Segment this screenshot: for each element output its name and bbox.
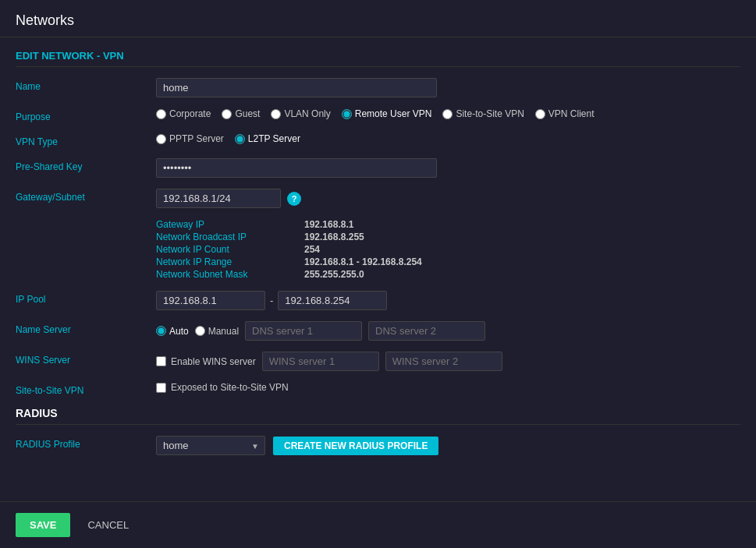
site-to-site-exposed-label: Exposed to Site-to-Site VPN xyxy=(171,382,289,393)
ip-pool-dash: - xyxy=(270,295,273,306)
vpn-type-label: VPN Type xyxy=(16,133,156,147)
purpose-label: Purpose xyxy=(16,108,156,122)
name-server-control: Auto Manual xyxy=(156,321,740,341)
dns-auto-option[interactable]: Auto xyxy=(156,326,189,337)
gateway-help-button[interactable]: ? xyxy=(287,192,301,206)
wins-enable-label: Enable WINS server xyxy=(171,356,256,367)
subnet-mask-value: 255.255.255.0 xyxy=(304,269,740,280)
vpn-type-control: PPTP Server L2TP Server xyxy=(156,133,740,144)
subnet-info: Gateway IP 192.168.8.1 Network Broadcast… xyxy=(156,219,740,280)
wins-enable-checkbox-label[interactable]: Enable WINS server xyxy=(156,356,256,367)
save-button[interactable]: SAVE xyxy=(16,513,70,537)
radius-profile-control: home default custom CREATE NEW RADIUS PR… xyxy=(156,436,740,455)
wins-server-label: WINS Server xyxy=(16,352,156,366)
purpose-corporate-radio[interactable] xyxy=(156,109,166,119)
psk-label: Pre-Shared Key xyxy=(16,158,156,172)
vpn-type-row: VPN Type PPTP Server L2TP Server xyxy=(16,133,740,147)
site-to-site-control: Exposed to Site-to-Site VPN xyxy=(156,382,740,393)
footer: SAVE CANCEL xyxy=(0,501,756,548)
ip-pool-start-input[interactable] xyxy=(156,291,265,310)
dns1-input[interactable] xyxy=(245,321,362,341)
radius-profile-area: home default custom CREATE NEW RADIUS PR… xyxy=(156,436,438,455)
edit-section-header: EDIT NETWORK - VPN xyxy=(16,50,740,67)
name-label: Name xyxy=(16,78,156,92)
psk-input[interactable] xyxy=(156,158,437,178)
name-row: Name xyxy=(16,78,740,97)
vpn-type-l2tp[interactable]: L2TP Server xyxy=(235,133,300,144)
radius-profile-select[interactable]: home default custom xyxy=(156,436,265,455)
broadcast-ip-label: Network Broadcast IP xyxy=(156,232,296,242)
page-header: Networks xyxy=(0,0,756,37)
purpose-guest-radio[interactable] xyxy=(222,109,232,119)
psk-row: Pre-Shared Key xyxy=(16,158,740,178)
dns2-input[interactable] xyxy=(368,321,485,341)
gateway-input[interactable] xyxy=(156,189,281,208)
purpose-vpn-client-radio[interactable] xyxy=(535,109,545,119)
purpose-site-to-site-label: Site-to-Site VPN xyxy=(456,108,524,119)
gateway-label: Gateway/Subnet xyxy=(16,189,156,203)
purpose-guest[interactable]: Guest xyxy=(222,108,260,119)
purpose-site-to-site[interactable]: Site-to-Site VPN xyxy=(442,108,524,119)
ip-count-label: Network IP Count xyxy=(156,244,296,255)
dns-manual-radio[interactable] xyxy=(195,326,205,336)
purpose-vpn-client[interactable]: VPN Client xyxy=(535,108,595,119)
gateway-ip-value: 192.168.8.1 xyxy=(304,219,740,230)
subnet-mask-label: Network Subnet Mask xyxy=(156,269,296,280)
purpose-control: Corporate Guest VLAN Only Remote User VP… xyxy=(156,108,740,119)
l2tp-radio[interactable] xyxy=(235,134,245,144)
site-to-site-checkbox[interactable] xyxy=(156,383,166,393)
dns-area: Auto Manual xyxy=(156,321,485,341)
purpose-row: Purpose Corporate Guest VLAN Only Remote… xyxy=(16,108,740,122)
name-input[interactable] xyxy=(156,78,437,97)
page-title: Networks xyxy=(16,12,740,29)
dns-manual-option[interactable]: Manual xyxy=(195,326,239,337)
pptp-radio[interactable] xyxy=(156,134,166,144)
name-control xyxy=(156,78,740,97)
vpn-type-pptp[interactable]: PPTP Server xyxy=(156,133,224,144)
wins-enable-checkbox[interactable] xyxy=(156,356,166,366)
radius-profile-label: RADIUS Profile xyxy=(16,436,156,450)
radius-profile-row: RADIUS Profile home default custom CREAT… xyxy=(16,436,740,455)
ip-pool-end-input[interactable] xyxy=(278,291,387,310)
site-to-site-label: Site-to-Site VPN xyxy=(16,382,156,396)
ip-pool-row: IP Pool - xyxy=(16,291,740,310)
ip-pool-control: - xyxy=(156,291,740,310)
gateway-ip-label: Gateway IP xyxy=(156,219,296,230)
purpose-corporate-label: Corporate xyxy=(169,108,211,119)
name-server-label: Name Server xyxy=(16,321,156,335)
l2tp-label: L2TP Server xyxy=(248,133,300,144)
dns-manual-label: Manual xyxy=(208,326,239,337)
pptp-label: PPTP Server xyxy=(169,133,224,144)
purpose-vlan-radio[interactable] xyxy=(271,109,281,119)
subnet-info-table: Gateway IP 192.168.8.1 Network Broadcast… xyxy=(156,219,740,280)
site-to-site-checkbox-label[interactable]: Exposed to Site-to-Site VPN xyxy=(156,382,289,393)
page-container: Networks EDIT NETWORK - VPN Name Purpose… xyxy=(0,0,756,548)
dns-auto-radio[interactable] xyxy=(156,326,166,336)
psk-control xyxy=(156,158,740,178)
purpose-site-to-site-radio[interactable] xyxy=(442,109,453,119)
purpose-vpn-client-label: VPN Client xyxy=(548,108,595,119)
wins-control: Enable WINS server xyxy=(156,352,740,371)
purpose-vlan-only[interactable]: VLAN Only xyxy=(271,108,330,119)
name-server-row: Name Server Auto Manual xyxy=(16,321,740,341)
cancel-button[interactable]: CANCEL xyxy=(80,513,137,537)
create-radius-button[interactable]: CREATE NEW RADIUS PROFILE xyxy=(273,437,438,455)
ip-range-label: Network IP Range xyxy=(156,256,296,267)
purpose-remote-user-vpn[interactable]: Remote User VPN xyxy=(342,108,432,119)
purpose-guest-label: Guest xyxy=(235,108,260,119)
gateway-row: Gateway/Subnet ? Gateway IP 192.168.8.1 … xyxy=(16,189,740,280)
ip-count-value: 254 xyxy=(304,244,740,255)
site-to-site-row: Site-to-Site VPN Exposed to Site-to-Site… xyxy=(16,382,740,396)
wins1-input[interactable] xyxy=(262,352,379,371)
wins-area: Enable WINS server xyxy=(156,352,502,371)
radius-header: RADIUS xyxy=(16,407,740,425)
purpose-remote-vpn-label: Remote User VPN xyxy=(355,108,432,119)
wins2-input[interactable] xyxy=(385,352,502,371)
gateway-top: ? xyxy=(156,189,301,208)
ip-pool-label: IP Pool xyxy=(16,291,156,305)
content-area: EDIT NETWORK - VPN Name Purpose Corporat… xyxy=(0,37,756,501)
purpose-remote-vpn-radio[interactable] xyxy=(342,109,352,119)
ip-range-value: 192.168.8.1 - 192.168.8.254 xyxy=(304,256,740,267)
purpose-corporate[interactable]: Corporate xyxy=(156,108,211,119)
wins-server-row: WINS Server Enable WINS server xyxy=(16,352,740,371)
